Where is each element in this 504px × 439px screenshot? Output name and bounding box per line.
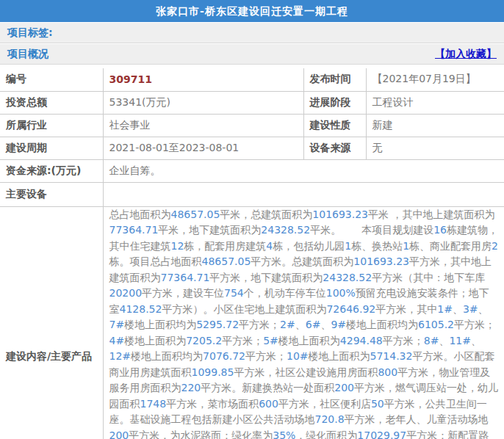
content-number: 72646.92 <box>326 303 375 315</box>
content-number: 48657.05 <box>202 255 251 267</box>
table-row: 建设内容/主要产品 总占地面积为48657.05平米，总建筑面积为101693.… <box>0 206 504 439</box>
project-overview-label: 项目概况 <box>7 48 48 61</box>
content-number: # <box>462 335 471 347</box>
content-number: 4 <box>266 240 273 252</box>
field-value-publish-date: 【2021年07月19日】 <box>366 68 504 91</box>
content-number: # <box>444 303 453 315</box>
content-number: 220 <box>181 382 201 393</box>
content-number: 5714.32 <box>370 350 413 362</box>
content-number: # <box>270 335 278 347</box>
field-value-stage: 工程设计 <box>366 91 504 114</box>
content-number: # <box>287 319 295 330</box>
content-number: # <box>312 319 321 330</box>
content-number: 77364.71 <box>161 272 210 283</box>
content-number: 77364.71 <box>109 224 159 236</box>
content-number: # <box>337 319 346 330</box>
content-number: 12 <box>171 240 184 252</box>
project-tags-bar: 项目标签: <box>0 23 504 43</box>
content-number: 24328.52 <box>323 272 372 283</box>
content-number: # <box>431 335 439 347</box>
content-number: 1 <box>437 303 444 315</box>
content-number: 800 <box>378 366 397 378</box>
content-number: 754 <box>224 287 244 299</box>
content-number: 101693.23 <box>353 255 409 267</box>
content-number: 6105.2 <box>418 319 454 330</box>
content-number: 600 <box>259 398 278 410</box>
content-number: 4294.48 <box>340 335 383 347</box>
content-number: 5 <box>263 335 270 347</box>
field-value-investment: 53341(万元) <box>103 91 303 114</box>
field-label-industry: 所属行业 <box>0 114 103 137</box>
field-label-funding-source: 资金来源:(万元) <box>0 159 103 182</box>
content-number: 720.8 <box>315 413 345 425</box>
field-value-nature: 新建 <box>366 114 504 137</box>
field-label-investment: 投资总额 <box>0 91 103 114</box>
content-number: 200 <box>109 429 129 439</box>
field-value-industry: 社会事业 <box>103 114 303 137</box>
field-label-main-equipment: 主要设备 <box>0 182 103 206</box>
content-number: 35% <box>273 429 295 439</box>
content-number: 17029.97 <box>357 429 406 439</box>
content-number: 20200 <box>109 287 143 299</box>
table-row: 资金来源:(万元) 企业自筹。 <box>0 159 504 182</box>
field-value-funding-source: 企业自筹。 <box>103 159 504 182</box>
field-label-period: 建设周期 <box>0 137 103 159</box>
content-number: 9 <box>331 319 337 330</box>
table-row: 主要设备 <box>0 182 504 206</box>
field-label-equipment-source: 设备来源 <box>303 137 366 159</box>
content-number: 200 <box>334 382 354 393</box>
content-number: 2 <box>280 319 287 330</box>
field-label-construction-content: 建设内容/主要产品 <box>0 206 103 439</box>
field-value-period: 2021-08-01至2023-08-01 <box>103 137 303 159</box>
content-number: 10 <box>287 350 300 362</box>
page-title: 张家口市-桥东区建设回迁安置一期工程 <box>0 0 504 22</box>
content-number: 1 <box>345 240 351 252</box>
content-number: 7205.2 <box>186 335 222 347</box>
content-number: 100% <box>326 287 356 299</box>
content-number: 101693.23 <box>312 208 368 220</box>
field-label-stage: 进展阶段 <box>303 91 366 114</box>
field-value-equipment-source: 无 <box>366 137 504 159</box>
content-number: 5295.72 <box>196 319 239 330</box>
content-number: 1 <box>403 240 409 252</box>
field-label-nature: 建设性质 <box>303 114 366 137</box>
content-number: # <box>115 335 124 347</box>
project-overview-bar: 项目概况 【加入收藏】 <box>0 44 504 65</box>
field-value-id: 309711 <box>103 68 303 91</box>
table-row: 所属行业 社会事业 建设性质 新建 <box>0 114 504 137</box>
field-value-construction-content: 总占地面积为48657.05平米，总建筑面积为101693.23平米 ，其中地上… <box>103 206 504 439</box>
content-number: # <box>115 319 124 330</box>
table-row: 建设周期 2021-08-01至2023-08-01 设备来源 无 <box>0 137 504 159</box>
content-number: # <box>300 350 309 362</box>
content-number: 24328.52 <box>261 224 310 236</box>
field-label-publish-date: 发布时间 <box>303 68 366 91</box>
field-label-id: 编号 <box>0 68 103 91</box>
content-number: 4128.52 <box>120 303 162 315</box>
project-info-table: 编号 309711 发布时间 【2021年07月19日】 投资总额 53341(… <box>0 68 504 439</box>
content-number: 1748 <box>140 398 167 410</box>
content-number: 16 <box>433 224 447 236</box>
content-number: 3 <box>463 303 469 315</box>
content-number: 11 <box>449 335 462 347</box>
content-number: # <box>122 350 131 362</box>
add-to-favorites-link[interactable]: 【加入收藏】 <box>435 48 497 61</box>
content-number: 7076.72 <box>203 350 245 362</box>
content-number: # <box>469 303 478 315</box>
content-number: 2 <box>492 240 498 252</box>
content-number: 50 <box>371 398 384 410</box>
table-row: 投资总额 53341(万元) 进展阶段 工程设计 <box>0 91 504 114</box>
content-number: 12 <box>109 350 123 362</box>
content-number: 6 <box>306 319 312 330</box>
project-tags-label: 项目标签: <box>7 26 53 40</box>
content-number: 48657.05 <box>171 208 220 220</box>
content-number: 8 <box>424 335 431 347</box>
content-number: 1099.85 <box>192 366 234 378</box>
field-value-main-equipment <box>103 182 504 206</box>
table-row: 编号 309711 发布时间 【2021年07月19日】 <box>0 68 504 91</box>
